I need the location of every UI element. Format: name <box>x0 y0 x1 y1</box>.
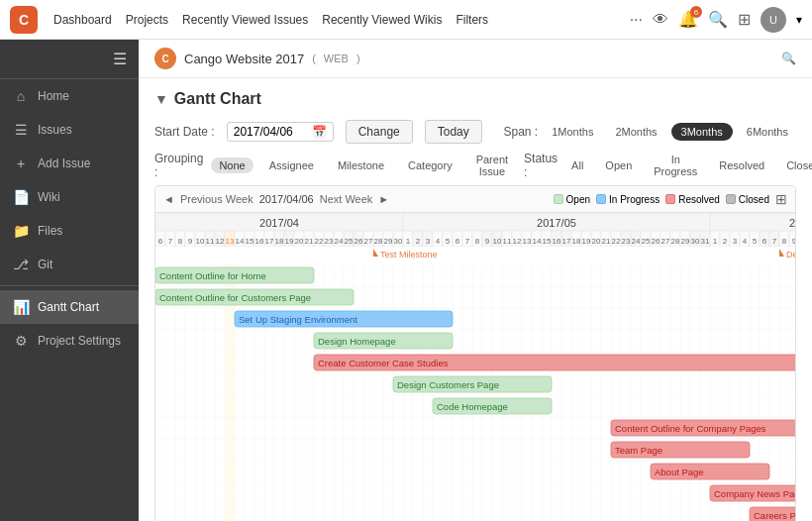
nav-recently-viewed-issues[interactable]: Recently Viewed Issues <box>182 13 308 27</box>
svg-text:12: 12 <box>216 237 225 246</box>
span-3months-button[interactable]: 3Months <box>671 123 733 141</box>
svg-text:2017/06: 2017/06 <box>789 217 795 229</box>
project-title: C Cango Website 2017 ( WEB ) <box>154 48 360 69</box>
legend-progress-label: In Progress <box>609 194 660 205</box>
nav-projects[interactable]: Projects <box>126 13 168 27</box>
prev-week-label[interactable]: Previous Week <box>180 193 254 205</box>
svg-text:8: 8 <box>475 237 480 246</box>
legend-resolved-dot <box>665 194 675 204</box>
legend-closed: Closed <box>726 194 769 205</box>
svg-text:8: 8 <box>178 237 183 246</box>
app-logo[interactable]: C <box>10 6 38 34</box>
sidebar-item-files[interactable]: 📁 Files <box>0 214 139 248</box>
svg-text:30: 30 <box>394 237 403 246</box>
svg-text:29: 29 <box>384 237 393 246</box>
group-assignee-button[interactable]: Assignee <box>261 157 322 173</box>
svg-text:5: 5 <box>446 237 451 246</box>
sidebar-item-gantt[interactable]: 📊 Gantt Chart <box>0 290 139 324</box>
content-header-search-icon[interactable]: 🔍 <box>781 52 796 65</box>
svg-text:10: 10 <box>196 237 205 246</box>
collapse-icon[interactable]: ▼ <box>154 91 168 107</box>
search-icon[interactable]: 🔍 <box>708 10 728 29</box>
group-parent-button[interactable]: Parent Issue <box>468 152 516 179</box>
today-button[interactable]: Today <box>425 120 482 144</box>
grid-view-icon[interactable]: ⊞ <box>775 191 787 207</box>
sidebar-item-issues[interactable]: ☰ Issues <box>0 113 139 147</box>
gantt-nav-right: Open In Progress Resolved <box>554 191 787 207</box>
date-input-wrap: 📅 <box>227 122 334 142</box>
group-milestone-button[interactable]: Milestone <box>330 157 392 173</box>
nav-dashboard[interactable]: Dashboard <box>53 13 112 27</box>
svg-text:1: 1 <box>713 237 718 246</box>
start-date-input[interactable] <box>234 125 308 139</box>
svg-text:Set Up Staging Environment: Set Up Staging Environment <box>239 314 357 325</box>
gantt-nav-left: ◄ Previous Week 2017/04/06 Next Week ► <box>163 193 389 205</box>
svg-text:30: 30 <box>691 237 700 246</box>
sidebar-item-home[interactable]: ⌂ Home <box>0 79 139 113</box>
avatar-chevron[interactable]: ▾ <box>796 13 802 27</box>
svg-text:Design Customers Page: Design Customers Page <box>397 379 499 390</box>
group-category-button[interactable]: Category <box>400 157 460 173</box>
svg-text:16: 16 <box>553 237 561 246</box>
status-all-button[interactable]: All <box>563 157 591 173</box>
legend-resolved-label: Resolved <box>678 194 720 205</box>
eye-icon[interactable]: 👁 <box>653 11 668 29</box>
svg-text:13: 13 <box>226 237 235 246</box>
prev-week-button[interactable]: ◄ <box>163 193 174 205</box>
sidebar-item-label: Files <box>38 224 62 238</box>
svg-text:8: 8 <box>782 237 787 246</box>
top-nav-right: ··· 👁 🔔6 🔍 ⊞ U ▾ <box>630 7 802 33</box>
next-week-button[interactable]: ► <box>378 193 389 205</box>
avatar[interactable]: U <box>761 7 786 33</box>
svg-text:22: 22 <box>315 237 324 246</box>
status-open-button[interactable]: Open <box>597 157 640 173</box>
svg-text:5: 5 <box>753 237 758 246</box>
sidebar: ☰ ⌂ Home ☰ Issues + Add Issue 📄 Wiki 📁 F… <box>0 40 139 521</box>
nav-recently-viewed-wikis[interactable]: Recently Viewed Wikis <box>322 13 442 27</box>
svg-text:23: 23 <box>622 237 631 246</box>
legend-open: Open <box>554 194 590 205</box>
project-name: Cango Website 2017 <box>184 52 304 66</box>
project-type: ( <box>312 52 316 64</box>
page-title-row: ▼ Gantt Chart <box>154 90 796 108</box>
svg-text:Team Page: Team Page <box>615 445 662 456</box>
span-1month-button[interactable]: 1Months <box>544 123 601 141</box>
sidebar-item-settings[interactable]: ⚙ Project Settings <box>0 324 139 358</box>
svg-text:11: 11 <box>206 237 215 246</box>
sidebar-item-label: Home <box>38 89 69 103</box>
svg-text:Test Milestone: Test Milestone <box>380 250 438 260</box>
project-type-label: WEB <box>324 52 349 64</box>
svg-text:15: 15 <box>543 237 552 246</box>
group-none-button[interactable]: None <box>211 157 253 173</box>
bell-icon[interactable]: 🔔6 <box>678 10 698 29</box>
sidebar-item-git[interactable]: ⎇ Git <box>0 248 139 281</box>
sidebar-item-add-issue[interactable]: + Add Issue <box>0 147 139 180</box>
sidebar-item-wiki[interactable]: 📄 Wiki <box>0 180 139 214</box>
span-6months-button[interactable]: 6Months <box>739 123 796 141</box>
svg-text:25: 25 <box>642 237 651 246</box>
nav-filters[interactable]: Filters <box>456 13 488 27</box>
svg-text:28: 28 <box>374 237 383 246</box>
svg-text:17: 17 <box>265 237 274 246</box>
hamburger-icon[interactable]: ☰ <box>113 50 127 68</box>
current-week-date: 2017/04/06 <box>259 193 314 205</box>
page-title: Gantt Chart <box>174 90 261 108</box>
calendar-icon[interactable]: 📅 <box>312 125 327 139</box>
grid-icon[interactable]: ⊞ <box>738 10 751 29</box>
span-label: Span : <box>503 125 538 139</box>
status-inprogress-button[interactable]: In Progress <box>646 152 705 179</box>
add-icon: + <box>12 156 30 171</box>
svg-text:19: 19 <box>285 237 294 246</box>
sidebar-item-label: Wiki <box>38 190 60 204</box>
span-row: Span : 1Months 2Months 3Months 6Months <box>503 123 796 141</box>
svg-text:21: 21 <box>602 237 611 246</box>
start-date-label: Start Date : <box>154 125 215 139</box>
status-resolved-button[interactable]: Resolved <box>711 157 772 173</box>
change-button[interactable]: Change <box>346 120 413 144</box>
status-closed-button[interactable]: Closed <box>778 157 812 173</box>
span-2months-button[interactable]: 2Months <box>607 123 664 141</box>
svg-text:7: 7 <box>465 237 470 246</box>
next-week-label[interactable]: Next Week <box>320 193 373 205</box>
svg-text:18: 18 <box>275 237 284 246</box>
more-icon[interactable]: ··· <box>630 11 643 29</box>
